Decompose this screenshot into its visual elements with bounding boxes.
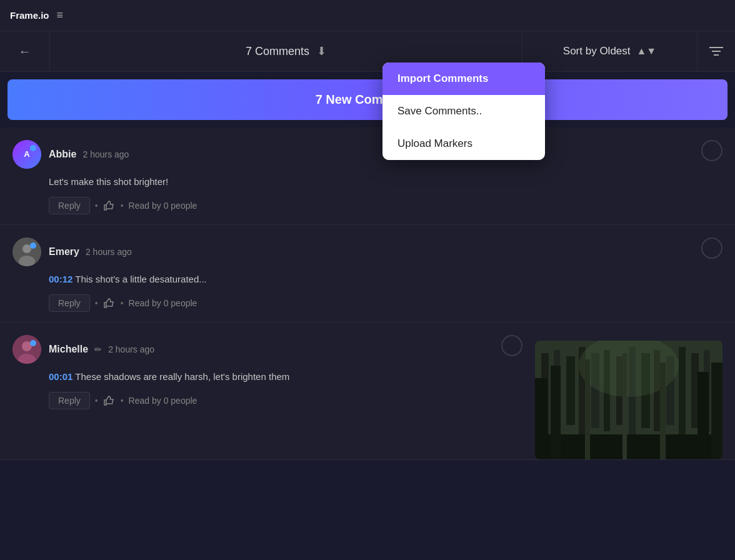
avatar	[12, 335, 41, 364]
read-label: Read by 0 people	[129, 298, 198, 308]
read-label: Read by 0 people	[129, 396, 198, 406]
separator: •	[95, 298, 98, 308]
comment-author: Michelle	[49, 344, 88, 355]
comment-header: Emery 2 hours ago	[12, 238, 722, 266]
comment-meta: Michelle ✏ 2 hours ago	[49, 344, 154, 355]
filter-button[interactable]	[698, 31, 735, 71]
reply-button[interactable]: Reply	[49, 392, 90, 409]
comment-checkbox[interactable]	[501, 335, 522, 356]
reply-button[interactable]: Reply	[49, 294, 90, 312]
comments-count-label: 7 Comments	[246, 45, 309, 58]
comment-author: Emery	[49, 246, 79, 258]
top-bar: Frame.io ≡	[0, 0, 735, 31]
edit-icon: ✏	[94, 344, 102, 354]
separator: •	[95, 201, 98, 211]
filter-icon	[709, 46, 723, 57]
comments-area: A Abbie 2 hours ago Let's make this shot…	[0, 128, 735, 460]
comment-item: A Abbie 2 hours ago Let's make this shot…	[0, 128, 735, 225]
reply-button[interactable]: Reply	[49, 197, 90, 214]
dropdown-item-upload[interactable]: Upload Markers	[382, 128, 545, 160]
read-label: Read by 0 people	[129, 201, 198, 211]
sort-section[interactable]: Sort by Oldest ▲▼	[522, 31, 698, 71]
comment-actions: Reply • • Read by 0 people	[49, 197, 722, 214]
comment-checkbox[interactable]	[701, 238, 722, 259]
comment-time: 2 hours ago	[108, 344, 154, 354]
back-arrow-icon: ←	[19, 44, 31, 59]
import-comments-label: Import Comments	[398, 72, 488, 85]
separator2: •	[121, 396, 124, 406]
back-button[interactable]: ←	[0, 31, 50, 71]
dropdown-item-save[interactable]: Save Comments..	[382, 95, 545, 128]
like-button[interactable]	[103, 200, 116, 211]
upload-markers-label: Upload Markers	[398, 138, 472, 150]
comment-author: Abbie	[49, 149, 76, 160]
comment-actions: Reply • • Read by 0 people	[49, 294, 722, 312]
comment-text: This shot's a little desaturated...	[75, 274, 206, 284]
avatar-wrapper: A	[12, 140, 41, 169]
avatar-wrapper	[12, 335, 41, 364]
svg-rect-27	[535, 434, 722, 459]
dropdown-menu: Import Comments Save Comments.. Upload M…	[382, 62, 545, 160]
unread-dot	[30, 145, 36, 151]
avatar-wrapper	[12, 238, 41, 266]
unread-dot	[30, 340, 36, 346]
separator2: •	[121, 201, 124, 211]
dropdown-item-import[interactable]: Import Comments	[382, 62, 545, 95]
svg-rect-30	[698, 372, 709, 459]
timestamp-link[interactable]: 00:01	[49, 371, 72, 382]
forest-image	[535, 341, 722, 459]
svg-rect-23	[679, 347, 686, 434]
svg-rect-29	[551, 366, 561, 459]
svg-text:A: A	[24, 149, 30, 159]
comment-body: 00:12 This shot's a little desaturated..…	[49, 272, 722, 286]
sort-arrow-icon: ▲▼	[637, 46, 657, 57]
avatar	[12, 238, 41, 266]
timestamp-link[interactable]: 00:12	[49, 274, 72, 284]
separator2: •	[121, 298, 124, 308]
save-comments-label: Save Comments..	[398, 105, 482, 118]
comment-time: 2 hours ago	[86, 247, 132, 257]
separator: •	[95, 396, 98, 406]
like-button[interactable]	[103, 395, 116, 406]
comment-body: Let's make this shot brighter!	[49, 175, 722, 188]
comment-time: 2 hours ago	[82, 149, 129, 159]
comment-item: Michelle ✏ 2 hours ago 00:01 These shado…	[0, 322, 735, 460]
svg-rect-34	[660, 362, 666, 459]
comment-meta: Abbie 2 hours ago	[49, 149, 129, 160]
comment-text: These shadows are really harsh, let's br…	[75, 371, 289, 382]
comment-header: A Abbie 2 hours ago	[12, 140, 722, 169]
new-comments-banner[interactable]: 7 New Comments	[8, 79, 728, 120]
svg-rect-14	[566, 356, 575, 425]
comment-checkbox[interactable]	[701, 140, 722, 161]
svg-rect-28	[535, 378, 548, 459]
comment-item: Emery 2 hours ago 00:12 This shot's a li…	[0, 225, 735, 322]
svg-rect-32	[585, 359, 590, 459]
avatar: A	[12, 140, 41, 169]
header-row: ← 7 Comments ⬇ Sort by Oldest ▲▼	[0, 31, 735, 72]
download-icon[interactable]: ⬇	[317, 44, 326, 58]
like-button[interactable]	[103, 298, 116, 309]
thumbnail-preview	[535, 341, 722, 459]
hamburger-icon[interactable]: ≡	[57, 9, 64, 22]
sort-label: Sort by Oldest	[563, 45, 631, 58]
svg-rect-31	[711, 362, 722, 459]
unread-dot	[30, 242, 36, 249]
svg-rect-33	[622, 353, 627, 459]
app-logo: Frame.io	[10, 10, 49, 21]
comment-meta: Emery 2 hours ago	[49, 246, 132, 258]
